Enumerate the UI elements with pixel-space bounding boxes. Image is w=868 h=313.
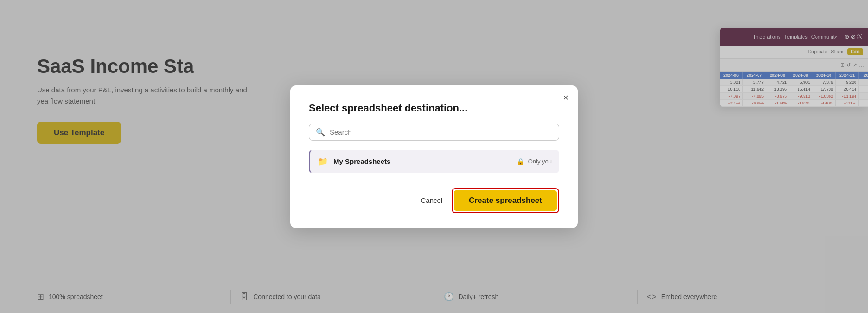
list-item-right: 🔒 Only you (517, 158, 552, 165)
folder-icon: 📁 (318, 156, 328, 167)
modal-actions: Cancel Create spreadsheet (309, 188, 559, 213)
modal-title: Select spreadsheet destination... (309, 102, 559, 114)
create-spreadsheet-button[interactable]: Create spreadsheet (454, 190, 557, 211)
search-icon: 🔍 (316, 128, 325, 137)
create-button-wrapper: Create spreadsheet (452, 188, 559, 213)
list-item[interactable]: 📁 My Spreadsheets 🔒 Only you (309, 150, 559, 173)
modal-overlay: × Select spreadsheet destination... 🔍 📁 … (0, 0, 868, 313)
search-input[interactable] (330, 128, 552, 136)
modal-dialog: × Select spreadsheet destination... 🔍 📁 … (290, 85, 578, 228)
list-item-access: Only you (528, 158, 552, 165)
list-item-left: 📁 My Spreadsheets (318, 156, 390, 167)
modal-close-button[interactable]: × (563, 93, 568, 102)
list-item-name: My Spreadsheets (333, 157, 390, 165)
lock-icon: 🔒 (517, 158, 524, 165)
search-container[interactable]: 🔍 (309, 124, 559, 141)
cancel-button[interactable]: Cancel (421, 196, 442, 204)
destination-list: 📁 My Spreadsheets 🔒 Only you (309, 150, 559, 173)
